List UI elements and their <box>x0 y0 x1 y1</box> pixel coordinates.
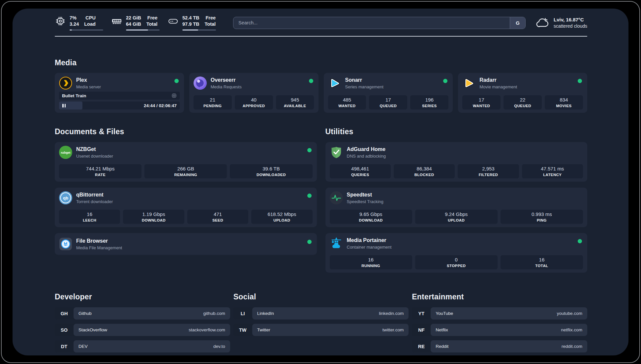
status-dot <box>307 194 312 198</box>
app-name: AdGuard Home <box>347 146 386 152</box>
stat-wanted: 17WANTED <box>462 95 501 109</box>
link-youtube[interactable]: YT YouTube youtube.com <box>412 307 587 319</box>
status-dot <box>578 79 582 83</box>
stat-ping: 0.993 msPING <box>501 210 583 224</box>
link-netflix[interactable]: NF Netflix netflix.com <box>412 324 587 336</box>
app-name: Plex <box>76 77 101 83</box>
stat-stopped: 0STOPPED <box>415 255 498 269</box>
overseerr-icon <box>194 76 207 90</box>
app-name: NZBGet <box>76 146 113 152</box>
app-desc: Speedtest Tracking <box>347 199 383 204</box>
app-card-overseerr[interactable]: Overseerr Media Requests 21PENDING 40APP… <box>189 73 319 113</box>
weather-location-temp: Lviv, 16.87°C <box>554 16 587 23</box>
disk-total-value: 97.9 TB <box>182 21 199 27</box>
cpu-usage-value: 7% <box>70 15 79 21</box>
stat-queued: 17QUEUED <box>369 95 407 109</box>
utilities-column: Utilities AdGuard Home <box>325 127 588 273</box>
app-desc: Series management <box>345 84 383 89</box>
stat-queries: 498,461QUERIES <box>330 164 391 178</box>
portainer-icon <box>330 237 343 250</box>
app-card-sonarr[interactable]: Sonarr Series management 485WANTED 17QUE… <box>324 73 453 113</box>
pause-icon[interactable] <box>62 104 66 107</box>
section-title-media: Media <box>55 58 587 67</box>
app-name: File Browser <box>76 238 122 244</box>
app-card-nzbget[interactable]: nzbget NZBGet Usenet downloader 744.21 M… <box>55 142 317 182</box>
documents-column: Documents & Files nzbget NZBGet Usenet d <box>55 127 317 273</box>
ram-icon <box>111 15 122 27</box>
search-input[interactable] <box>233 17 510 29</box>
stat-filtered: 2,953FILTERED <box>458 164 519 178</box>
dashboard-panel: 7% 3.24 CPU Load <box>13 9 628 355</box>
stat-remaining: 266 GBREMAINING <box>144 164 227 178</box>
links-column-social: Social LI LinkedIn linkedin.com TW Twitt… <box>233 292 409 355</box>
svg-text:nzbget: nzbget <box>61 151 71 154</box>
app-name: Speedtest <box>347 192 383 198</box>
now-playing-title: Bullet Train <box>62 93 86 98</box>
memory-metric: 22 GiB 64 GiB Free Total <box>111 15 160 31</box>
stat-pending: 21PENDING <box>194 95 232 109</box>
app-card-plex[interactable]: Plex Media server Bullet Train <box>55 73 184 113</box>
cpu-chip-icon <box>55 15 66 27</box>
app-desc: Media File Management <box>76 245 122 250</box>
camera-icon[interactable] <box>171 93 177 98</box>
link-dev[interactable]: DT DEV dev.to <box>55 340 230 352</box>
link-reddit[interactable]: RE Reddit reddit.com <box>412 340 587 352</box>
app-card-qbittorrent[interactable]: qb qBittorrent Torrent downloader 16LEEC… <box>55 188 317 227</box>
app-desc: Container management <box>347 245 392 250</box>
svg-text:qb: qb <box>63 196 68 200</box>
memory-free-value: 22 GiB <box>126 15 141 21</box>
stat-leech: 16LEECH <box>59 210 120 224</box>
stat-approved: 40APPROVED <box>235 95 273 109</box>
status-dot <box>578 239 582 243</box>
memory-total-label: Total <box>146 21 158 27</box>
status-dot <box>307 148 312 152</box>
cpu-progress-bar <box>70 29 103 31</box>
filebrowser-icon <box>59 237 72 251</box>
link-github[interactable]: GH Github github.com <box>55 307 230 319</box>
stat-download: 1.19 GbpsDOWNLOAD <box>123 210 184 224</box>
stat-running: 16RUNNING <box>330 255 412 269</box>
app-name: Sonarr <box>345 77 383 83</box>
radarr-icon <box>462 76 475 90</box>
weather-condition: scattered clouds <box>554 23 587 29</box>
stat-download: 9.65 GbpsDOWNLOAD <box>330 210 412 224</box>
qbittorrent-icon: qb <box>59 191 72 204</box>
disk-free-label: Free <box>205 15 216 21</box>
link-twitter[interactable]: TW Twitter twitter.com <box>233 324 409 336</box>
top-bar: 7% 3.24 CPU Load <box>55 15 587 31</box>
link-stackoverflow[interactable]: SO StackOverflow stackoverflow.com <box>55 324 230 336</box>
app-name: Overseerr <box>211 77 242 83</box>
stat-upload: 618.52 MbpsUPLOAD <box>251 210 312 224</box>
app-name: Radarr <box>479 77 517 83</box>
memory-free-label: Free <box>146 15 158 21</box>
now-playing-row: Bullet Train <box>59 92 180 100</box>
search-engine-button[interactable]: G <box>510 17 525 29</box>
links-column-entertainment: Entertainment YT YouTube youtube.com NF … <box>412 292 587 355</box>
app-desc: Media server <box>76 84 101 89</box>
app-card-radarr[interactable]: Radarr Movie management 17WANTED 22QUEUE… <box>458 73 587 113</box>
app-desc: Media Requests <box>211 84 242 89</box>
disk-total-label: Total <box>205 21 216 27</box>
playback-time: 24:44 / 02:06:47 <box>144 103 177 108</box>
link-linkedin[interactable]: LI LinkedIn linkedin.com <box>233 307 409 319</box>
nzbget-icon: nzbget <box>59 146 72 159</box>
section-title-utilities: Utilities <box>325 127 588 136</box>
stat-seed: 471SEED <box>187 210 248 224</box>
cpu-load-label: Load <box>84 21 96 27</box>
stat-latency: 47.571 msLATENCY <box>522 164 583 178</box>
stat-wanted: 485WANTED <box>328 95 366 109</box>
section-title-developer: Developer <box>55 292 230 301</box>
stat-total: 16TOTAL <box>501 255 583 269</box>
app-card-speedtest[interactable]: Speedtest Speedtest Tracking 9.65 GbpsDO… <box>325 188 588 227</box>
weather-widget: Lviv, 16.87°C scattered clouds <box>535 16 587 29</box>
app-desc: Movie management <box>479 84 517 89</box>
cpu-label: CPU <box>84 15 96 21</box>
app-name: qBittorrent <box>76 192 113 198</box>
disk-progress-bar <box>182 29 216 31</box>
app-card-adguard[interactable]: AdGuard Home DNS and adblocking 498,461Q… <box>325 142 588 182</box>
header-divider <box>55 36 587 37</box>
app-card-portainer[interactable]: Media Portainer Container management 16R… <box>325 233 588 273</box>
memory-total-value: 64 GiB <box>126 21 141 27</box>
status-dot <box>174 79 179 83</box>
app-card-filebrowser[interactable]: File Browser Media File Management <box>55 233 317 255</box>
